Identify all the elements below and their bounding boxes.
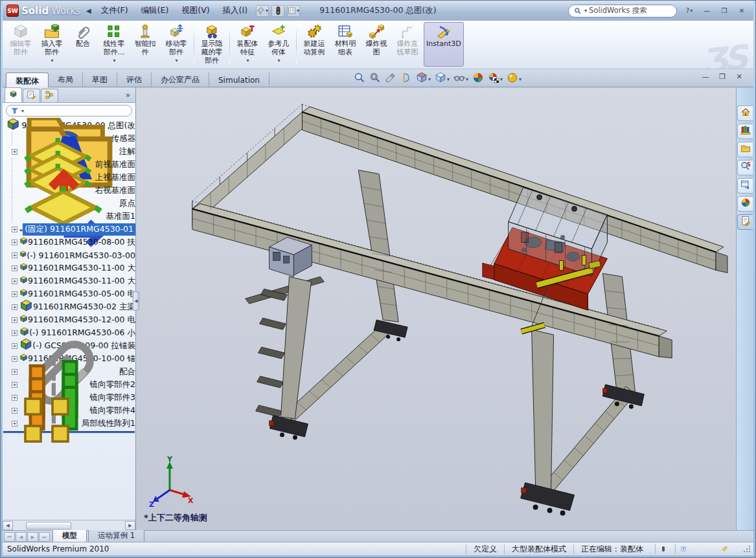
solidworks-search-button[interactable]: S <box>737 160 753 175</box>
tree-item[interactable]: +911601RMG4530-05-00 电 <box>3 287 135 300</box>
expand-plus-icon[interactable]: + <box>12 343 17 349</box>
expand-plus-icon[interactable]: + <box>12 356 17 362</box>
panel-tab-propertymanager[interactable] <box>23 89 40 102</box>
maximize-button[interactable]: ❐ <box>716 5 732 16</box>
file-explorer-button[interactable] <box>737 142 753 157</box>
insert-components-dropdown-arrow-icon[interactable]: ▾ <box>51 58 53 63</box>
appearances-scenes-button[interactable] <box>737 196 753 212</box>
tab-布局[interactable]: 布局 <box>49 73 83 87</box>
tree-item[interactable]: +局部线性阵列1 <box>3 417 135 430</box>
doc-restore-button[interactable]: ❐ <box>717 73 727 81</box>
tab-Simulation[interactable]: Simulation <box>209 73 269 87</box>
view-settings-dropdown-arrow-icon[interactable]: ▾ <box>519 76 521 82</box>
menu-file[interactable]: 文件(F) <box>95 3 134 18</box>
hide-show-items-dropdown-arrow-icon[interactable]: ▾ <box>466 76 468 82</box>
expand-plus-icon[interactable]: + <box>12 330 17 336</box>
zoom-to-area-button[interactable] <box>368 71 382 87</box>
tab-办公室产品[interactable]: 办公室产品 <box>152 73 209 87</box>
bottom-tab-运动算例 1[interactable]: 运动算例 1 <box>88 530 144 542</box>
reference-geometry-dropdown-arrow-icon[interactable]: ▾ <box>277 58 280 63</box>
expand-plus-icon[interactable]: + <box>12 278 17 284</box>
move-component-dropdown-arrow-icon[interactable]: ▾ <box>175 58 178 63</box>
menu-collapse-arrow-icon[interactable]: ◀ <box>86 7 91 14</box>
graphics-viewport[interactable]: Y X Z *上下二等角轴测 <box>136 87 736 530</box>
ribbon-move-component-button[interactable]: 移动零 部件▾ <box>161 22 191 67</box>
expand-plus-icon[interactable]: + <box>12 421 17 427</box>
view-settings-button[interactable]: ▾ <box>505 71 523 87</box>
expand-plus-icon[interactable]: + <box>12 252 17 258</box>
tree-item[interactable]: +911601RMG4530-11-00 大 <box>3 274 135 287</box>
prev-tab-icon[interactable]: ◀ <box>16 532 27 542</box>
tree-item[interactable]: +(固定) 911601RMG4530-01 <box>3 223 135 236</box>
titlebar-task-list-icon[interactable]: ▾ <box>287 5 300 17</box>
expand-plus-icon[interactable]: + <box>12 240 17 245</box>
previous-view-button[interactable] <box>384 71 398 87</box>
expand-plus-icon[interactable]: + <box>12 369 17 375</box>
ribbon-smart-fasteners-button[interactable]: 智能扣 件 <box>130 22 160 67</box>
panel-tab-featuremanager[interactable] <box>5 87 22 102</box>
linear-component-pattern-dropdown-arrow-icon[interactable]: ▾ <box>113 58 115 63</box>
menu-edit[interactable]: 编辑(E) <box>135 3 175 18</box>
menu-pin-icon[interactable]: ▾ <box>256 5 269 17</box>
titlebar-traffic-light-icon[interactable] <box>271 5 284 17</box>
expand-plus-icon[interactable]: + <box>12 304 17 310</box>
ribbon-show-hidden-components-button[interactable]: 显示隐 藏的零 部件 <box>197 22 227 67</box>
expand-plus-icon[interactable]: + <box>12 291 17 297</box>
view-orientation-dropdown-arrow-icon[interactable]: ▾ <box>428 76 431 82</box>
bottom-tab-模型[interactable]: 模型 <box>52 530 87 542</box>
display-style-dropdown-arrow-icon[interactable]: ▾ <box>447 76 450 82</box>
expand-plus-icon[interactable]: + <box>12 395 17 401</box>
tree-item[interactable]: +911601RMG4530-11-00 大 <box>3 262 135 274</box>
filter-dropdown[interactable]: ▾ <box>21 108 24 114</box>
tree-filter-input[interactable]: ▾ <box>6 105 132 117</box>
tree-item[interactable]: +911601RMG4530-02 主梁 <box>3 300 135 313</box>
view-palette-button[interactable] <box>737 178 753 194</box>
tree-item[interactable]: +911601RMG4530-08-00 扶 <box>3 236 135 249</box>
doc-minimize-button[interactable]: — <box>700 73 711 81</box>
first-tab-icon[interactable]: ⏮ <box>4 532 15 542</box>
status-tag-icon[interactable] <box>716 544 727 554</box>
status-traffic-light-icon[interactable] <box>655 544 666 554</box>
tree-item[interactable]: +(-) 911601RMG4530-03-00 <box>3 249 135 262</box>
tab-草图[interactable]: 草图 <box>83 73 117 87</box>
section-view-button[interactable] <box>399 71 413 87</box>
tree-item[interactable]: 基准面1 <box>3 210 135 223</box>
expand-plus-icon[interactable]: + <box>12 382 17 388</box>
ribbon-mate-button[interactable]: 配合 <box>68 22 98 67</box>
panel-expand-chevron-icon[interactable]: » <box>126 91 130 100</box>
minimize-button[interactable]: — <box>699 5 715 16</box>
expand-plus-icon[interactable]: + <box>12 265 17 271</box>
tree-horizontal-scrollbar[interactable]: ◀ ▶ <box>3 520 135 530</box>
hide-show-items-button[interactable]: ▾ <box>452 71 470 87</box>
expand-plus-icon[interactable]: + <box>12 317 17 323</box>
tab-评估[interactable]: 评估 <box>117 73 152 87</box>
menu-view[interactable]: 视图(V) <box>176 3 215 18</box>
status-help-icon[interactable]: ? <box>675 544 686 554</box>
assembly-features-dropdown-arrow-icon[interactable]: ▾ <box>246 58 249 63</box>
doc-close-button[interactable]: ✕ <box>734 73 744 81</box>
zoom-to-fit-button[interactable] <box>352 71 367 87</box>
display-style-button[interactable]: ▾ <box>433 71 451 87</box>
ribbon-insert-components-button[interactable]: 插入零 部件▾ <box>37 22 67 67</box>
scroll-thumb[interactable] <box>26 522 71 530</box>
next-tab-icon[interactable]: ▶ <box>27 532 38 542</box>
apply-scene-dropdown-arrow-icon[interactable]: ▾ <box>500 76 503 82</box>
panel-tab-configurationmanager[interactable] <box>41 89 58 102</box>
view-orientation-button[interactable]: ▾ <box>415 71 432 87</box>
design-library-button[interactable] <box>737 124 753 139</box>
scroll-right-arrow-icon[interactable]: ▶ <box>125 521 135 530</box>
menu-insert[interactable]: 插入(I) <box>217 3 253 18</box>
search-input[interactable]: ▾ SolidWorks 搜索 <box>568 5 677 17</box>
ribbon-new-motion-study-button[interactable]: 新建运 动算例 <box>299 22 329 67</box>
ribbon-exploded-view-button[interactable]: 爆炸视 图 <box>361 22 391 67</box>
ribbon-linear-component-pattern-button[interactable]: 线性零 部件...▾ <box>99 22 129 67</box>
edit-appearance-button[interactable] <box>471 71 485 87</box>
scroll-left-arrow-icon[interactable]: ◀ <box>3 521 13 530</box>
apply-scene-button[interactable]: ▾ <box>487 71 504 87</box>
last-tab-icon[interactable]: ⏭ <box>39 532 50 542</box>
ribbon-bill-of-materials-button[interactable]: 材料明 细表 <box>330 22 360 67</box>
expand-plus-icon[interactable]: + <box>12 149 17 155</box>
resize-grip[interactable] <box>742 544 751 553</box>
search-scope-dropdown[interactable]: ▾ <box>584 8 587 14</box>
ribbon-instant3d-button[interactable]: Instant3D <box>424 22 464 67</box>
